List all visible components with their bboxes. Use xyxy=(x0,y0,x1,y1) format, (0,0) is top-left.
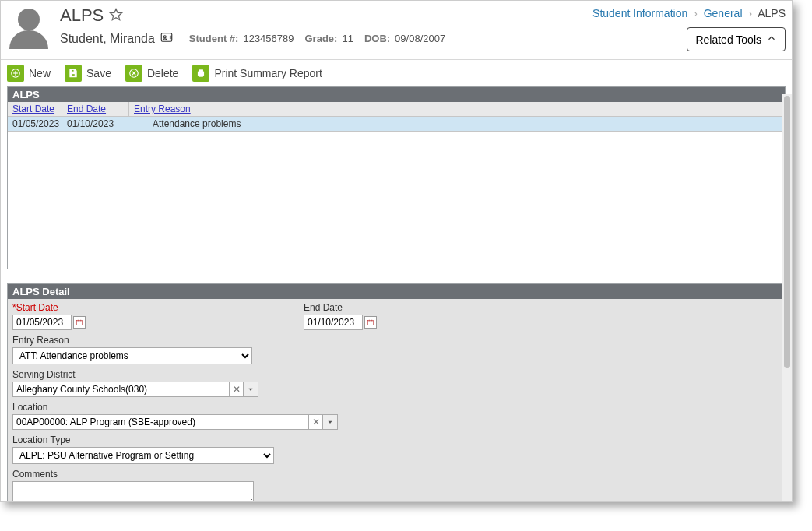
student-number: 123456789 xyxy=(243,33,294,44)
dob-value: 09/08/2007 xyxy=(395,33,445,44)
svg-rect-8 xyxy=(72,69,75,72)
svg-rect-20 xyxy=(368,321,374,325)
serving-district-input[interactable] xyxy=(12,382,229,397)
delete-label: Delete xyxy=(147,67,178,79)
page-title: ALPS xyxy=(60,5,104,26)
svg-rect-15 xyxy=(199,74,203,76)
cell-start-date: 01/05/2023 xyxy=(8,117,62,131)
table-row[interactable]: 01/05/2023 01/10/2023 Attendance problem… xyxy=(8,117,785,132)
chevron-right-icon: › xyxy=(745,7,755,19)
grade-label: Grade: xyxy=(305,33,338,44)
clear-icon[interactable]: ✕ xyxy=(229,382,243,397)
col-header-entry-reason[interactable]: Entry Reason xyxy=(129,102,785,116)
start-date-label: Start Date xyxy=(16,302,58,313)
clear-icon[interactable]: ✕ xyxy=(308,414,322,430)
student-name: Student, Miranda xyxy=(60,32,155,46)
location-type-select[interactable]: ALPL: PSU Alternative Program or Setting xyxy=(12,447,274,464)
comments-label: Comments xyxy=(12,469,780,480)
svg-marker-24 xyxy=(249,389,253,391)
star-icon[interactable] xyxy=(108,7,124,25)
svg-rect-16 xyxy=(77,321,83,325)
svg-point-2 xyxy=(163,36,166,38)
calendar-icon[interactable] xyxy=(73,316,86,329)
breadcrumb-current: ALPS xyxy=(758,7,786,19)
breadcrumb-student-information[interactable]: Student Information xyxy=(592,7,687,19)
save-label: Save xyxy=(86,67,111,79)
list-panel-title: ALPS xyxy=(8,87,785,102)
start-date-input[interactable] xyxy=(12,315,72,330)
printer-icon xyxy=(192,65,209,82)
x-icon xyxy=(125,65,142,82)
cell-entry-reason: Attendance problems xyxy=(129,117,785,131)
print-summary-button[interactable]: Print Summary Report xyxy=(192,65,322,82)
entry-reason-select[interactable]: ATT: Attendance problems xyxy=(12,347,252,364)
disk-icon xyxy=(65,65,82,82)
cell-end-date: 01/10/2023 xyxy=(62,117,129,131)
related-tools-label: Related Tools xyxy=(695,33,761,46)
col-header-end-date[interactable]: End Date xyxy=(62,102,129,116)
location-type-label: Location Type xyxy=(12,434,780,445)
avatar xyxy=(7,5,51,49)
new-label: New xyxy=(29,67,51,79)
col-header-start-date[interactable]: Start Date xyxy=(8,102,62,116)
serving-district-label: Serving District xyxy=(12,369,780,380)
id-card-icon[interactable] xyxy=(160,30,174,47)
svg-rect-9 xyxy=(72,74,76,76)
chevron-up-icon xyxy=(766,33,777,46)
calendar-icon[interactable] xyxy=(364,316,377,329)
student-number-label: Student #: xyxy=(189,33,239,44)
comments-textarea[interactable] xyxy=(12,481,254,502)
delete-button[interactable]: Delete xyxy=(125,65,178,82)
print-label: Print Summary Report xyxy=(214,67,322,79)
breadcrumb-general[interactable]: General xyxy=(704,7,743,19)
end-date-input[interactable] xyxy=(304,315,363,330)
plus-icon xyxy=(7,65,24,82)
svg-rect-14 xyxy=(199,70,203,72)
save-button[interactable]: Save xyxy=(65,65,111,82)
dob-label: DOB: xyxy=(364,33,390,44)
location-label: Location xyxy=(12,402,780,413)
breadcrumb: Student Information › General › ALPS xyxy=(592,5,786,19)
dropdown-toggle[interactable] xyxy=(243,382,258,397)
entry-reason-label: Entry Reason xyxy=(12,335,780,346)
new-button[interactable]: New xyxy=(7,65,51,82)
detail-panel-title: ALPS Detail xyxy=(8,284,785,299)
location-input[interactable] xyxy=(12,414,308,430)
chevron-right-icon: › xyxy=(691,7,701,19)
svg-marker-25 xyxy=(329,421,332,424)
svg-marker-0 xyxy=(111,9,122,19)
alps-detail-panel: ALPS Detail *Start Date End Date xyxy=(7,283,786,502)
grade-value: 11 xyxy=(342,33,353,44)
alps-list-panel: ALPS Start Date End Date Entry Reason 01… xyxy=(7,86,786,269)
related-tools-button[interactable]: Related Tools xyxy=(687,27,786,51)
end-date-label: End Date xyxy=(304,302,377,313)
dropdown-toggle[interactable] xyxy=(322,414,338,430)
scrollbar[interactable] xyxy=(782,94,792,501)
